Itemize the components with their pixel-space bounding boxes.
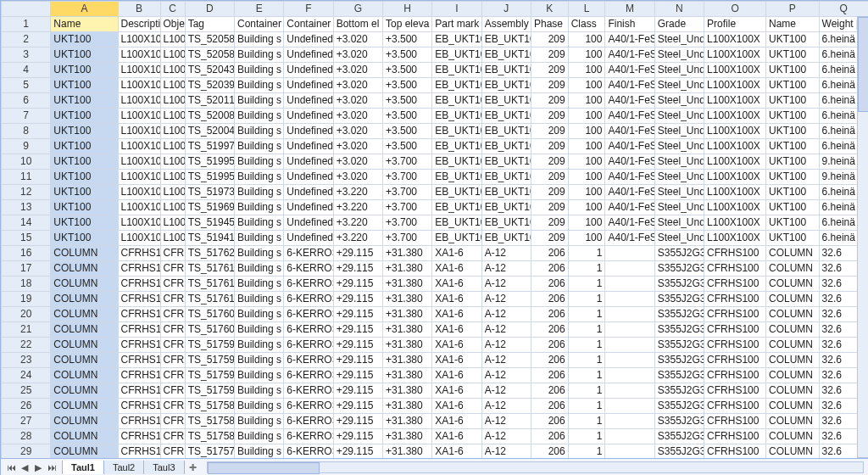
table-row[interactable]: 20COLUMNCFRHS100X100CFRHS100TS_517605Bui… bbox=[2, 307, 869, 322]
cell[interactable]: L100X100X10 bbox=[118, 109, 160, 124]
row-header[interactable]: 17 bbox=[2, 261, 51, 277]
cell[interactable]: COLUMN bbox=[51, 292, 118, 307]
cell[interactable]: +3.500 bbox=[382, 139, 431, 154]
cell[interactable]: L100X100X10 bbox=[118, 170, 160, 185]
cell[interactable]: UKT100 bbox=[766, 63, 820, 78]
table-row[interactable]: 21COLUMNCFRHS100X100CFRHS100TS_517601Bui… bbox=[2, 322, 869, 338]
cell[interactable] bbox=[605, 322, 654, 338]
cell[interactable] bbox=[605, 277, 654, 292]
col-header-M[interactable]: M bbox=[605, 2, 654, 17]
cell[interactable]: TS_517590 bbox=[185, 383, 234, 399]
cell[interactable]: UKT100 bbox=[766, 48, 820, 63]
cell[interactable]: S355J2G3 bbox=[654, 353, 704, 368]
cell[interactable]: +3.020 bbox=[333, 78, 382, 93]
cell[interactable]: +29.115 bbox=[333, 414, 382, 429]
row-header[interactable]: 25 bbox=[2, 383, 51, 399]
cell[interactable]: Building s bbox=[234, 215, 283, 231]
cell[interactable]: 209 bbox=[531, 200, 568, 215]
cell[interactable]: S355J2G3 bbox=[654, 322, 704, 338]
cell[interactable]: UKT100 bbox=[766, 200, 820, 215]
horizontal-scrollbar[interactable] bbox=[207, 461, 864, 473]
cell[interactable]: Steel_Und bbox=[654, 93, 704, 109]
cell[interactable]: XA1-6 bbox=[432, 292, 481, 307]
cell[interactable]: COLUMN bbox=[766, 307, 820, 322]
cell[interactable]: L100X100X10 bbox=[118, 93, 160, 109]
cell[interactable]: UKT100 bbox=[766, 93, 820, 109]
cell[interactable]: L100X100X bbox=[704, 231, 766, 246]
cell[interactable]: EB_UKT10 bbox=[432, 139, 481, 154]
header-cell[interactable]: Container bbox=[234, 17, 283, 32]
row-header[interactable]: 21 bbox=[2, 322, 51, 338]
cell[interactable]: EB_UKT10 bbox=[481, 63, 531, 78]
cell[interactable]: CFRHS100 bbox=[160, 383, 185, 399]
cell[interactable]: +3.500 bbox=[382, 78, 431, 93]
cell[interactable]: CFRHS100X100 bbox=[118, 307, 160, 322]
cell[interactable]: EB_UKT10 bbox=[432, 231, 481, 246]
cell[interactable]: 209 bbox=[531, 93, 568, 109]
table-row[interactable]: 13UKT100L100X100X10L100X100XTS_519692Bui… bbox=[2, 200, 869, 215]
cell[interactable]: XA1-6 bbox=[432, 414, 481, 429]
cell[interactable]: Building s bbox=[234, 338, 283, 353]
cell[interactable]: Steel_Und bbox=[654, 215, 704, 231]
cell[interactable]: S355J2G3 bbox=[654, 368, 704, 383]
cell[interactable]: L100X100X10 bbox=[118, 231, 160, 246]
cell[interactable]: UKT100 bbox=[51, 139, 118, 154]
cell[interactable]: 209 bbox=[531, 63, 568, 78]
cell[interactable]: 6-KERROS bbox=[284, 429, 333, 444]
table-row[interactable]: 9UKT100L100X100X10L100X100XTS_519975Buil… bbox=[2, 139, 869, 154]
cell[interactable]: +29.115 bbox=[333, 399, 382, 414]
cell[interactable]: TS_517589 bbox=[185, 399, 234, 414]
cell[interactable]: L100X100X bbox=[704, 109, 766, 124]
cell[interactable]: CFRHS100 bbox=[160, 353, 185, 368]
cell[interactable]: TS_519951 bbox=[185, 170, 234, 185]
col-header-Q[interactable]: Q bbox=[819, 2, 868, 17]
cell[interactable]: UKT100 bbox=[51, 185, 118, 200]
cell[interactable]: 100 bbox=[568, 93, 605, 109]
table-row[interactable]: 18COLUMNCFRHS100X100CFRHS100TS_517616Bui… bbox=[2, 277, 869, 292]
cell[interactable]: 1 bbox=[568, 444, 605, 459]
cell[interactable]: 1 bbox=[568, 353, 605, 368]
cell[interactable]: 209 bbox=[531, 124, 568, 139]
cell[interactable]: EB_UKT10 bbox=[481, 154, 531, 170]
cell[interactable]: 206 bbox=[531, 429, 568, 444]
cell[interactable]: CFRHS100X100 bbox=[118, 277, 160, 292]
cell[interactable]: 6-KERROS bbox=[284, 353, 333, 368]
cell[interactable]: +31.380 bbox=[382, 261, 431, 277]
cell[interactable]: +3.020 bbox=[333, 124, 382, 139]
cell[interactable]: CFRHS100 bbox=[160, 261, 185, 277]
sheet-nav-last-icon[interactable]: ⏭ bbox=[45, 462, 58, 473]
cell[interactable]: 206 bbox=[531, 399, 568, 414]
cell[interactable]: UKT100 bbox=[766, 109, 820, 124]
col-header-I[interactable]: I bbox=[432, 2, 481, 17]
cell[interactable]: L100X100X bbox=[704, 78, 766, 93]
cell[interactable]: 1 bbox=[568, 338, 605, 353]
table-row[interactable]: 6UKT100L100X100X10L100X100XTS_520118Buil… bbox=[2, 93, 869, 109]
cell[interactable]: CFRHS100 bbox=[704, 399, 766, 414]
cell[interactable]: EB_UKT10 bbox=[432, 185, 481, 200]
cell[interactable]: Building s bbox=[234, 261, 283, 277]
cell[interactable]: TS_517619 bbox=[185, 261, 234, 277]
table-row[interactable]: 4UKT100L100X100X10L100X100XTS_520432Buil… bbox=[2, 63, 869, 78]
cell[interactable]: UKT100 bbox=[766, 185, 820, 200]
cell[interactable]: +29.115 bbox=[333, 429, 382, 444]
cell[interactable]: EB_UKT10 bbox=[481, 185, 531, 200]
cell[interactable]: 209 bbox=[531, 185, 568, 200]
cell[interactable] bbox=[605, 444, 654, 459]
cell[interactable]: S355J2G3 bbox=[654, 338, 704, 353]
header-cell[interactable]: ObjectType bbox=[160, 17, 185, 32]
cell[interactable]: 6-KERROS bbox=[284, 338, 333, 353]
cell[interactable]: L100X100X bbox=[704, 154, 766, 170]
cell[interactable]: L100X100X bbox=[160, 139, 185, 154]
horizontal-scroll-thumb[interactable] bbox=[208, 462, 320, 474]
col-header-K[interactable]: K bbox=[531, 2, 568, 17]
cell[interactable]: EB_UKT10 bbox=[481, 78, 531, 93]
cell[interactable]: TS_517575 bbox=[185, 444, 234, 459]
cell[interactable]: 209 bbox=[531, 170, 568, 185]
cell[interactable]: EB_UKT10 bbox=[481, 93, 531, 109]
cell[interactable]: +3.020 bbox=[333, 139, 382, 154]
cell[interactable]: +3.700 bbox=[382, 185, 431, 200]
cell[interactable]: A40/1-FeS bbox=[605, 78, 654, 93]
cell[interactable]: COLUMN bbox=[766, 429, 820, 444]
cell[interactable]: 6-KERROS bbox=[284, 414, 333, 429]
cell[interactable]: S355J2G3 bbox=[654, 429, 704, 444]
